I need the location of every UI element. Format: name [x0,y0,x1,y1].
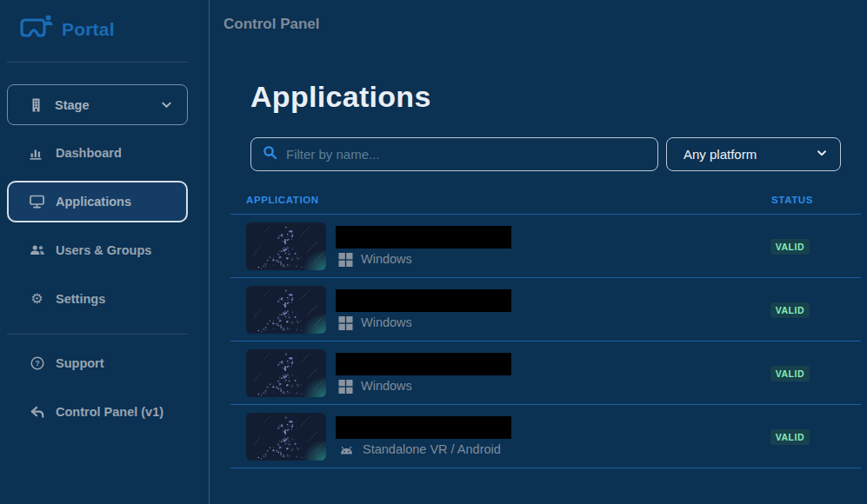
sidebar-nav: Dashboard Applications [0,132,209,320]
users-icon [29,244,45,256]
app-info: Windows [336,353,511,394]
bar-chart-icon [29,147,45,160]
topbar: Control Panel [210,0,867,49]
gear-icon: ⚙ [29,292,45,306]
sidebar-item-users-groups[interactable]: Users & Groups [7,229,188,271]
sidebar-divider-top [7,62,188,63]
status-cell: VALID [770,428,861,445]
table-body: Windows VALID Windows VALID Windows [230,215,861,468]
back-arrow-icon [29,406,45,419]
column-header-status: STATUS [771,195,813,205]
breadcrumb: Control Panel [223,16,320,33]
svg-text:?: ? [35,359,40,368]
logo[interactable]: Portal [0,10,209,56]
app-name-redacted [336,226,511,249]
sidebar-divider-bottom [7,334,188,335]
platform-select[interactable]: Any platform [666,137,841,171]
app-name-redacted [336,353,511,375]
sidebar-item-dashboard[interactable]: Dashboard [7,132,188,174]
status-badge: VALID [770,366,810,381]
platform-label: Windows [361,252,412,266]
windows-icon [338,252,353,267]
platform-line: Windows [338,315,511,330]
app-name-redacted [336,289,511,312]
help-circle-icon: ? [29,356,45,370]
filter-input-wrap [250,137,658,171]
filter-row: Any platform [250,137,841,171]
sidebar-item-control-panel-v1[interactable]: Control Panel (v1) [7,391,188,433]
app-window: Portal Stage [0,0,867,504]
sidebar: Portal Stage [0,0,210,504]
monitor-icon [29,195,45,209]
sidebar-item-applications[interactable]: Applications [7,181,188,222]
platform-label: Standalone VR / Android [363,442,501,456]
page-title: Applications [250,80,861,114]
windows-icon [338,379,353,394]
chevron-down-icon [160,98,173,111]
platform-label: Windows [361,379,412,393]
sidebar-item-label: Support [56,356,104,370]
app-name-redacted [336,416,511,439]
platform-line: Windows [338,252,511,267]
column-header-application: APPLICATION [246,195,319,205]
app-info: Standalone VR / Android [336,416,511,456]
filter-by-name-input[interactable] [286,147,647,162]
main-area: Control Panel Applications Any platform [210,0,867,504]
sidebar-item-label: Applications [56,195,131,209]
app-info: Windows [336,289,511,330]
sidebar-item-label: Settings [56,292,105,306]
platform-select-value: Any platform [684,147,757,162]
status-badge: VALID [770,302,810,318]
sidebar-item-label: Control Panel (v1) [56,405,163,419]
table-row[interactable]: Windows VALID [230,278,861,342]
app-thumbnail [246,413,326,461]
vr-headset-person-icon [19,14,54,44]
sidebar-item-settings[interactable]: ⚙ Settings [7,278,188,320]
table-row[interactable]: Standalone VR / Android VALID [230,405,861,468]
search-icon [263,145,277,163]
platform-line: Standalone VR / Android [338,442,511,456]
stage-selector[interactable]: Stage [7,84,188,125]
windows-icon [338,315,353,330]
app-thumbnail [246,286,326,334]
content: Applications Any platform [210,49,867,468]
table-row[interactable]: Windows VALID [230,215,861,278]
platform-label: Windows [361,315,412,329]
status-badge: VALID [770,429,810,445]
table-header: APPLICATION STATUS [230,195,861,215]
status-cell: VALID [770,365,861,381]
stage-selector-label: Stage [55,98,90,112]
sidebar-item-label: Dashboard [56,146,122,160]
table-row[interactable]: Windows VALID [230,342,861,405]
status-cell: VALID [770,302,861,318]
chevron-down-icon [816,147,828,162]
platform-line: Windows [338,379,511,394]
android-icon [338,444,355,455]
app-thumbnail [246,349,326,397]
applications-table: APPLICATION STATUS Windows VALID Windows [230,195,861,468]
app-info: Windows [336,226,511,267]
logo-text: Portal [62,19,115,40]
status-badge: VALID [770,239,810,255]
sidebar-item-label: Users & Groups [56,243,151,257]
building-icon [28,98,44,112]
sidebar-item-support[interactable]: ? Support [7,342,188,384]
status-cell: VALID [770,238,861,255]
app-thumbnail [246,222,326,270]
